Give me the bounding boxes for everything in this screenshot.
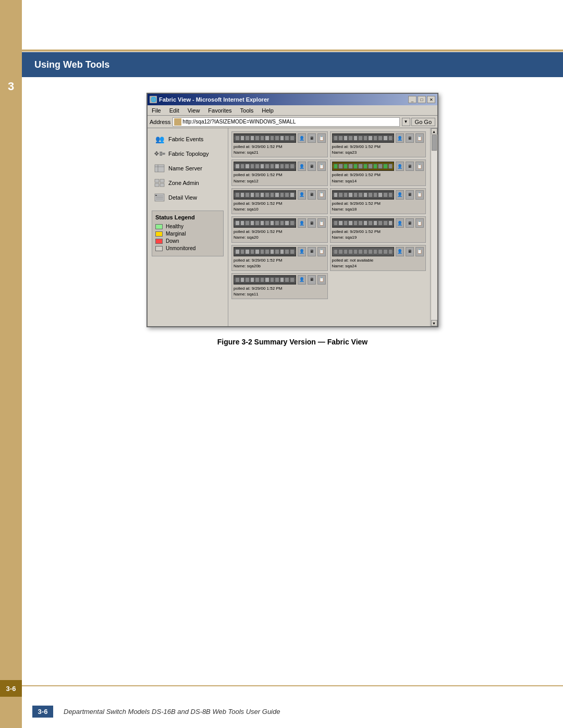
nav-detail-view-label: Detail View: [168, 194, 197, 201]
port: [245, 192, 250, 198]
polled-time: 9/29/00 1:52 PM: [252, 144, 283, 149]
switch-card-sqa24[interactable]: 👤 🖥 📋 polled at: not available Name: sqa…: [330, 245, 426, 271]
menu-edit[interactable]: Edit: [167, 107, 181, 114]
switch-monitor-icon: 🖥: [406, 133, 414, 143]
port: [383, 220, 388, 226]
nav-fabric-events-label: Fabric Events: [168, 136, 203, 142]
port: [250, 135, 255, 141]
address-label: Address: [150, 119, 170, 125]
switch-card-sqa20b[interactable]: 👤 🖥 📋 polled at: 9/29/00 1:52 PM Name: s…: [231, 245, 328, 271]
switch-person-icon: 👤: [298, 162, 306, 171]
port: [334, 220, 338, 226]
switch-chassis: [234, 162, 296, 171]
address-input[interactable]: http://sqa12/?IASIZEMODE=WINDOWS_SMALL: [173, 117, 399, 127]
port: [353, 135, 358, 141]
port: [270, 135, 275, 141]
switch-name: sqa23: [345, 150, 357, 155]
switch-person-icon: 👤: [396, 218, 404, 228]
port: [240, 277, 245, 282]
switch-monitor-icon: 🖥: [308, 218, 316, 228]
switch-card-sqa23[interactable]: 👤 🖥 📋 polled at: 9/29/00 1:52 PM Name: s…: [330, 131, 426, 157]
go-button[interactable]: Go Go: [411, 118, 435, 126]
switch-chassis: [234, 247, 296, 256]
svg-rect-1: [160, 154, 162, 156]
port: [348, 249, 353, 254]
polled-time: 9/29/00 1:52 PM: [350, 229, 381, 234]
switch-card-sqa12[interactable]: 👤 🖥 📋 polled at: 9/29/00 1:52 PM Name: s…: [231, 159, 328, 186]
nav-detail-view[interactable]: Detail View: [152, 191, 224, 204]
port: [358, 164, 363, 169]
window-controls[interactable]: _ □ ✕: [408, 96, 435, 103]
menu-tools[interactable]: Tools: [238, 107, 256, 114]
vertical-scrollbar[interactable]: ▲ ▼: [430, 128, 437, 326]
port: [280, 192, 285, 198]
switch-folder-icon: 📋: [415, 162, 424, 171]
port: [240, 164, 245, 169]
close-button[interactable]: ✕: [427, 96, 435, 103]
switch-monitor-icon: 🖥: [406, 190, 414, 200]
svg-line-4: [162, 154, 163, 155]
port: [260, 249, 265, 254]
port: [368, 249, 373, 254]
scroll-thumb[interactable]: [432, 135, 437, 151]
switch-card-sqa21[interactable]: 👤 🖥 📋 polled at: 9/29/00 1:52 PM Name: s…: [231, 131, 328, 157]
name-label: Name:: [234, 207, 246, 212]
svg-rect-5: [155, 165, 164, 172]
port: [388, 164, 393, 169]
nav-name-server[interactable]: Name Server: [152, 162, 224, 175]
port: [255, 135, 260, 141]
switch-card-sqa18[interactable]: 👤 🖥 📋 polled at: 9/29/00 1:52 PM Name: s…: [330, 188, 426, 214]
port: [378, 220, 383, 226]
switch-person-icon: 👤: [396, 133, 404, 143]
port: [388, 135, 393, 141]
menu-favorites[interactable]: Favorites: [206, 107, 234, 114]
switch-card-sqa10[interactable]: 👤 🖥 📋 polled at: 9/29/00 1:52 PM Name: s…: [231, 188, 328, 214]
fabric-topology-icon: [154, 149, 165, 158]
port: [348, 135, 353, 141]
switch-info: polled at: not available Name: sqa24: [332, 257, 424, 269]
legend-title: Status Legend: [155, 214, 220, 220]
scroll-down-button[interactable]: ▼: [431, 320, 437, 326]
nav-panel: Fabric Events Fabric Topology: [148, 128, 228, 326]
port: [344, 249, 348, 254]
port: [378, 164, 383, 169]
scroll-up-button[interactable]: ▲: [431, 128, 437, 134]
chapter-sidebar: [0, 0, 22, 728]
name-label: Name:: [332, 179, 345, 183]
port: [250, 220, 255, 226]
polled-label: polled at:: [234, 172, 250, 177]
switch-card-sqa19[interactable]: 👤 🖥 📋 polled at: 9/29/00 1:52 PM Name: s…: [330, 216, 426, 242]
polled-time: 9/29/00 1:52 PM: [350, 172, 381, 177]
nav-fabric-topology[interactable]: Fabric Topology: [152, 147, 224, 161]
port: [348, 164, 353, 169]
switch-chassis: [234, 133, 296, 143]
menu-file[interactable]: File: [150, 107, 163, 114]
port: [245, 164, 250, 169]
maximize-button[interactable]: □: [418, 96, 426, 103]
port: [344, 135, 348, 141]
polled-time: 9/29/00 1:52 PM: [252, 201, 283, 206]
polled-label: polled at:: [234, 229, 250, 234]
menu-view[interactable]: View: [186, 107, 202, 114]
switch-chassis: [332, 218, 395, 228]
port: [255, 192, 260, 198]
port: [363, 192, 368, 198]
nav-zone-admin[interactable]: Zone Admin: [152, 176, 224, 190]
switch-card-sqa11[interactable]: 👤 🖥 📋 polled at: 9/29/00 1:52 PM Name: s…: [231, 273, 328, 299]
port: [280, 220, 285, 226]
switch-card-sqa14[interactable]: 👤 🖥 📋 polled at: 9/29/00 1:52 PM Name: s…: [330, 159, 426, 186]
port: [285, 249, 289, 254]
nav-fabric-events[interactable]: Fabric Events: [152, 132, 224, 146]
switch-folder-icon: 📋: [317, 275, 326, 285]
switch-card-sqa20[interactable]: 👤 🖥 📋 polled at: 9/29/00 1:52 PM Name: s…: [231, 216, 328, 242]
scroll-track: [432, 151, 437, 320]
switch-monitor-icon: 🖥: [308, 133, 316, 143]
port: [285, 277, 289, 282]
port: [250, 192, 255, 198]
menu-help[interactable]: Help: [260, 107, 276, 114]
dropdown-arrow[interactable]: ▼: [402, 118, 410, 126]
polled-time: 9/29/00 1:52 PM: [350, 201, 381, 206]
polled-time: not available: [350, 258, 373, 263]
port: [358, 135, 363, 141]
minimize-button[interactable]: _: [408, 96, 417, 103]
